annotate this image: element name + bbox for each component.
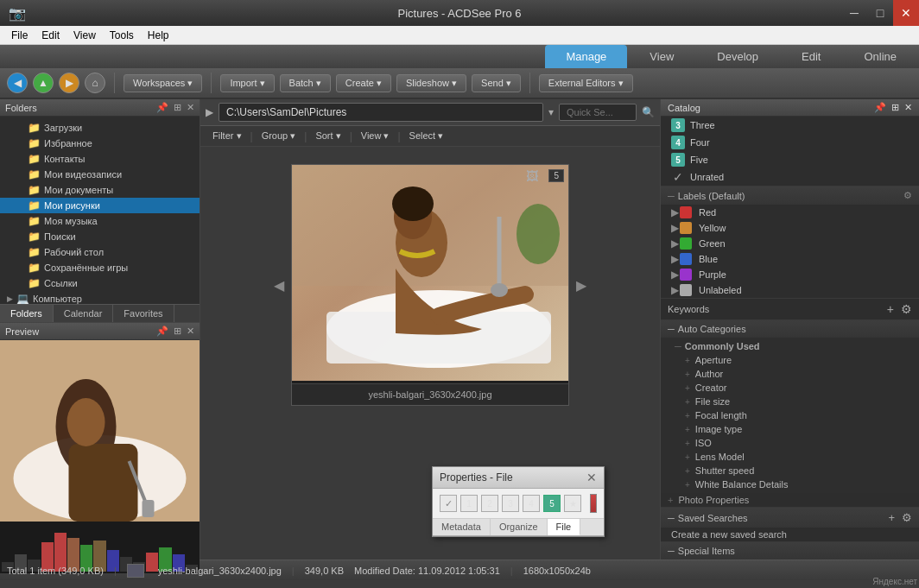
tab-develop[interactable]: Develop [696,45,779,68]
nav-forward-button[interactable]: ▶ [59,73,79,93]
auto-cat-image-type[interactable]: + Image type [668,422,912,436]
tab-view[interactable]: View [629,45,694,68]
saved-search-settings-icon[interactable]: ⚙ [902,511,912,524]
prop-rating-star[interactable]: ★ [564,495,581,512]
view-button[interactable]: View ▾ [356,129,395,143]
special-items-header[interactable]: ─ Special Items [661,542,919,560]
maximize-button[interactable]: □ [867,0,893,26]
nav-home-button[interactable]: ⌂ [85,73,105,93]
folder-item[interactable]: 📁 Поиски [0,229,200,244]
auto-cat-focal-length[interactable]: + Focal length [668,408,912,422]
label-unlabeled-row[interactable]: ▶ Unlabeled [661,282,919,298]
catalog-float-icon[interactable]: ⊞ [891,102,899,113]
create-button[interactable]: Create ▾ [336,74,391,92]
menu-edit[interactable]: Edit [35,26,67,44]
prop-tab-metadata[interactable]: Metadata [433,519,491,535]
saved-searches-header[interactable]: ─ Saved Searches + ⚙ [661,508,919,528]
minimize-button[interactable]: ─ [841,0,867,26]
folder-item[interactable]: 📁 Мои видеозаписи [0,167,200,182]
panel-float-icon[interactable]: ⊞ [174,102,181,113]
prop-rating-5[interactable]: 5 [543,495,561,512]
folder-item[interactable]: 📁 Загрузки [0,120,200,136]
tab-manage[interactable]: Manage [545,45,627,68]
sort-button[interactable]: Sort ▾ [310,129,345,143]
quick-search-icon[interactable]: 🔍 [642,106,655,118]
auto-cat-lens-model[interactable]: + Lens Model [668,450,912,464]
tab-edit[interactable]: Edit [781,45,841,68]
batch-button[interactable]: Batch ▾ [280,74,331,92]
label-yellow-row[interactable]: ▶ Yellow [661,220,919,236]
auto-cat-creator[interactable]: + Creator [668,381,912,395]
filter-button[interactable]: Filter ▾ [207,129,247,143]
rating-three-row[interactable]: 3 Three [661,117,919,134]
auto-cat-filesize[interactable]: + File size [668,395,912,408]
prev-image-icon[interactable]: ◀ [274,277,284,294]
slideshow-button[interactable]: Slideshow ▾ [396,74,466,92]
panel-close-icon[interactable]: ✕ [187,102,194,113]
prop-rating-check[interactable]: ✓ [440,495,457,512]
rating-five-row[interactable]: 5 Five [661,151,919,168]
send-button[interactable]: Send ▾ [472,74,521,92]
prop-tab-organize[interactable]: Organize [491,519,548,535]
folder-item[interactable]: 📁 Сохранённые игры [0,260,200,275]
nav-up-button[interactable]: ▲ [33,73,54,93]
panel-pin-icon[interactable]: 📌 [156,102,168,113]
quick-search-input[interactable] [559,104,637,121]
import-button[interactable]: Import ▾ [220,74,274,92]
create-search-link[interactable]: Create a new saved search [661,528,919,541]
prop-rating-2[interactable]: 2 [481,495,498,512]
folder-item[interactable]: 📁 Моя музыка [0,213,200,229]
folder-item[interactable]: 📁 Избранное [0,136,200,151]
prop-rating-3[interactable]: 3 [502,495,519,512]
auto-cat-aperture[interactable]: + Aperture [668,353,912,367]
tab-online[interactable]: Online [843,45,917,68]
image-container[interactable]: 5 🖼 [291,164,569,406]
folder-item[interactable]: 📁 Мои документы [0,182,200,198]
nav-back-button[interactable]: ◀ [7,73,28,93]
auto-cat-iso[interactable]: + ISO [668,436,912,450]
labels-settings-icon[interactable]: ⚙ [903,190,912,201]
label-red-row[interactable]: ▶ Red [661,205,919,220]
auto-cat-photo-props[interactable]: + Photo Properties [661,493,919,507]
saved-search-add-icon[interactable]: + [888,511,895,524]
folder-item[interactable]: ▶ 💻 Компьютер [0,291,200,304]
menu-file[interactable]: File [4,26,35,44]
preview-pin-icon[interactable]: 📌 [156,326,168,337]
commonly-used-header[interactable]: ─ Commonly Used [668,339,912,353]
tab-folders[interactable]: Folders [0,305,54,322]
label-blue-row[interactable]: ▶ Blue [661,251,919,267]
prop-tab-file[interactable]: File [548,519,581,535]
auto-cat-white-balance[interactable]: + White Balance Details [668,477,912,491]
folder-item[interactable]: 📁 Рабочий стол [0,244,200,260]
auto-categories-header[interactable]: ─ Auto Categories [661,320,919,338]
preview-float-icon[interactable]: ⊞ [174,326,181,337]
keywords-settings-icon[interactable]: ⚙ [901,302,912,316]
labels-header[interactable]: ─ Labels (Default) ⚙ [661,187,919,205]
tab-calendar[interactable]: Calendar [54,305,114,322]
next-image-icon[interactable]: ▶ [576,277,586,294]
label-purple-row[interactable]: ▶ Purple [661,267,919,282]
tab-favorites[interactable]: Favorites [113,305,174,322]
rating-unrated-row[interactable]: ✓ Unrated [661,168,919,186]
label-green-row[interactable]: ▶ Green [661,236,919,251]
select-button[interactable]: Select ▾ [404,129,449,143]
catalog-pin-icon[interactable]: 📌 [874,102,886,113]
keywords-add-icon[interactable]: + [887,302,894,316]
menu-tools[interactable]: Tools [103,26,141,44]
auto-cat-shutter-speed[interactable]: + Shutter speed [668,464,912,477]
group-button[interactable]: Group ▾ [257,129,301,143]
auto-cat-author[interactable]: + Author [668,367,912,381]
preview-close-icon[interactable]: ✕ [187,326,194,337]
workspaces-button[interactable]: Workspaces ▾ [124,74,202,92]
folder-item[interactable]: 📁 Ссылки [0,275,200,291]
properties-close-button[interactable]: ✕ [586,471,597,484]
catalog-close-icon[interactable]: ✕ [904,102,912,113]
rating-four-row[interactable]: 4 Four [661,134,919,151]
folder-item-selected[interactable]: 📁 Мои рисунки [0,198,200,213]
folder-item[interactable]: 📁 Контакты [0,151,200,167]
menu-view[interactable]: View [67,26,103,44]
close-button[interactable]: ✕ [893,0,919,26]
prop-rating-1[interactable]: 1 [460,495,478,512]
address-dropdown-icon[interactable]: ▾ [548,106,554,118]
menu-help[interactable]: Help [141,26,176,44]
